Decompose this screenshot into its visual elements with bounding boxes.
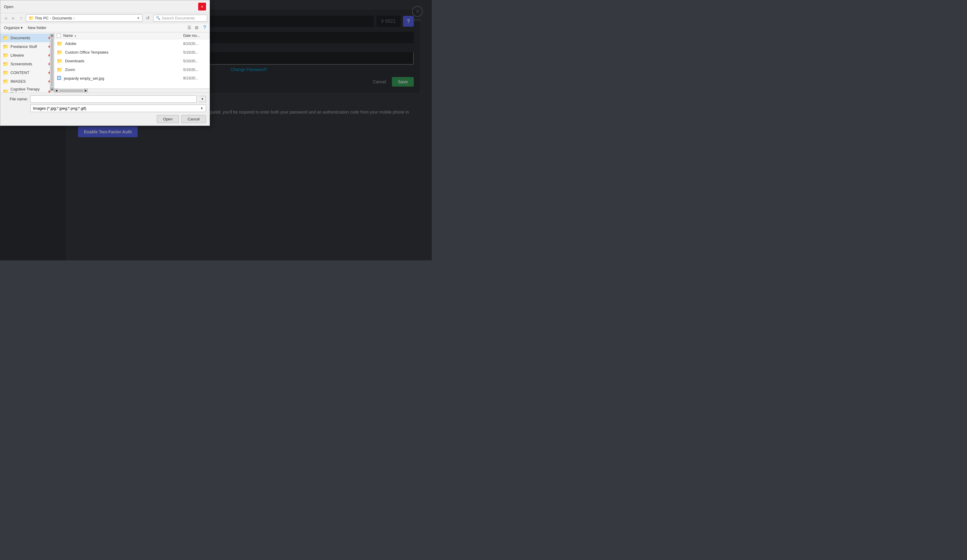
file-date-downloads: 5/10/20... <box>183 59 207 63</box>
sidebar-folder-documents-label: Documents <box>10 36 30 40</box>
refresh-button[interactable]: ↺ <box>145 15 151 21</box>
sidebar-folder-lifewire-label: Lifewire <box>10 53 24 58</box>
dialog-action-buttons: Open Cancel <box>4 115 206 123</box>
filename-row: File name: ▼ <box>4 95 206 103</box>
folder-icon-custom-templates: 📁 <box>57 49 63 55</box>
sidebar-folder-images-label: IMAGES <box>10 79 26 84</box>
sidebar-folder-cognitive[interactable]: 📁 Cognitive Therapy Materials 📌 <box>0 86 54 92</box>
sidebar-folder-documents[interactable]: 📁 Documents 📌 <box>0 33 54 42</box>
table-row[interactable]: 🖼 jeopardy empty_set.jpg 8/13/20... <box>54 74 210 82</box>
sidebar-scroll-down[interactable]: ▼ <box>50 87 54 91</box>
table-row[interactable]: 📁 Downloads 5/10/20... <box>54 57 210 65</box>
table-row[interactable]: 📁 Zoom 5/15/20... <box>54 65 210 74</box>
image-icon-jeopardy: 🖼 <box>57 76 61 81</box>
back-icon: ◀ <box>4 16 7 20</box>
sidebar-folder-freelance-label: Freelance Stuff <box>10 44 37 49</box>
file-open-dialog: Open × ◀ ▶ ↑ 📁 This PC › Documents › ▼ ↺ <box>0 0 210 126</box>
folder-icon-content: 📁 <box>3 70 9 76</box>
folder-icon-images: 📁 <box>3 79 9 84</box>
folder-icon-cognitive: 📁 <box>3 89 9 93</box>
address-dropdown-arrow[interactable]: ▼ <box>137 16 140 20</box>
sidebar-folder-images[interactable]: 📁 IMAGES 📌 <box>0 77 54 86</box>
filename-label: File name: <box>4 97 28 101</box>
sidebar-folder-cognitive-label: Cognitive Therapy Materials <box>10 87 46 92</box>
sidebar-folder-screenshots-label: Screenshots <box>10 62 32 66</box>
dialog-sidebar: 📁 Documents 📌 📁 Freelance Stuff 📌 📁 Life… <box>0 32 54 92</box>
address-documents: Documents <box>53 16 72 20</box>
folder-icon-downloads: 📁 <box>57 58 63 64</box>
dialog-action-toolbar: Organize ▾ New folder ☰ ⊞ ? <box>0 23 210 32</box>
details-view-button[interactable]: ⊞ <box>194 25 200 31</box>
filename-dropdown-button[interactable]: ▼ <box>199 96 206 102</box>
filetype-dropdown-arrow: ▼ <box>200 107 203 110</box>
file-name-adobe: Adobe <box>65 41 181 46</box>
folder-icon-lifewire: 📁 <box>3 53 9 58</box>
file-name-custom-templates: Custom Office Templates <box>65 50 181 54</box>
filetype-select[interactable]: Images (*.jpg;*.jpeg;*.png;*.gif) ▼ <box>30 105 206 112</box>
sidebar-folder-content-label: CONTENT <box>10 71 30 75</box>
sidebar-folder-lifewire[interactable]: 📁 Lifewire 📌 <box>0 51 54 59</box>
table-row[interactable]: 📁 Custom Office Templates 5/15/20... <box>54 48 210 57</box>
file-name-downloads: Downloads <box>65 59 181 63</box>
name-sort-icon: ▲ <box>74 34 77 37</box>
file-name-zoom: Zoom <box>65 68 181 72</box>
dialog-title: Open <box>4 5 13 9</box>
up-button[interactable]: ↑ <box>19 15 23 21</box>
file-date-custom-templates: 5/15/20... <box>183 50 207 54</box>
folder-icon-adobe: 📁 <box>57 41 63 46</box>
folder-icon-documents: 📁 <box>3 35 9 41</box>
date-column-header[interactable]: Date mo... <box>183 33 207 38</box>
h-scroll-thumb[interactable] <box>59 89 83 92</box>
back-button[interactable]: ◀ <box>3 15 8 21</box>
horizontal-scrollbar: ◀ ▶ <box>54 88 210 92</box>
file-list: 📁 Adobe 8/10/20... 📁 Custom Office Templ… <box>54 39 210 88</box>
scroll-left-button[interactable]: ◀ <box>54 89 58 93</box>
address-this-pc: This PC <box>35 16 49 20</box>
dialog-help-button[interactable]: ? <box>202 24 207 31</box>
address-bar[interactable]: 📁 This PC › Documents › ▼ <box>26 14 142 21</box>
new-folder-button[interactable]: New folder <box>26 25 47 31</box>
forward-icon: ▶ <box>12 16 15 20</box>
folder-icon-screenshots: 📁 <box>3 61 9 67</box>
list-view-button[interactable]: ☰ <box>186 25 193 31</box>
cancel-dialog-button[interactable]: Cancel <box>182 115 206 123</box>
search-icon: 🔍 <box>156 16 160 20</box>
dialog-body: 📁 Documents 📌 📁 Freelance Stuff 📌 📁 Life… <box>0 32 210 92</box>
select-all-checkbox[interactable] <box>57 33 61 38</box>
file-list-area: Name ▲ Date mo... 📁 Adobe 8/10/20... 📁 C… <box>54 32 210 92</box>
sidebar-folder-content[interactable]: 📁 CONTENT 📌 <box>0 68 54 77</box>
dialog-footer: File name: ▼ Images (*.jpg;*.jpeg;*.png;… <box>0 92 210 125</box>
table-row[interactable]: 📁 Adobe 8/10/20... <box>54 39 210 48</box>
scroll-right-button[interactable]: ▶ <box>84 89 88 93</box>
folder-icon-freelance: 📁 <box>3 44 9 49</box>
file-date-zoom: 5/15/20... <box>183 68 207 72</box>
file-name-jeopardy: jeopardy empty_set.jpg <box>64 76 181 81</box>
view-buttons: ☰ ⊞ <box>186 25 200 31</box>
file-date-jeopardy: 8/13/20... <box>183 76 207 80</box>
file-list-header: Name ▲ Date mo... <box>54 32 210 39</box>
name-column-header[interactable]: Name ▲ <box>63 33 181 38</box>
search-placeholder: Search Documents <box>162 16 195 20</box>
filetype-row: Images (*.jpg;*.jpeg;*.png;*.gif) ▼ <box>4 105 206 112</box>
sidebar-scroll-up[interactable]: ▲ <box>50 33 54 38</box>
forward-button[interactable]: ▶ <box>11 15 17 21</box>
dialog-overlay: Open × ◀ ▶ ↑ 📁 This PC › Documents › ▼ ↺ <box>0 0 432 260</box>
up-icon: ↑ <box>20 16 22 20</box>
search-bar[interactable]: 🔍 Search Documents <box>153 15 207 21</box>
dialog-nav-toolbar: ◀ ▶ ↑ 📁 This PC › Documents › ▼ ↺ 🔍 Sear… <box>0 13 210 23</box>
dialog-titlebar: Open × <box>0 0 210 13</box>
sidebar-scroll-thumb <box>51 38 53 87</box>
sidebar-folder-freelance[interactable]: 📁 Freelance Stuff 📌 <box>0 42 54 51</box>
filetype-value: Images (*.jpg;*.jpeg;*.png;*.gif) <box>33 106 86 110</box>
sidebar-scrollbar: ▲ ▼ <box>50 33 54 91</box>
filename-input[interactable] <box>30 95 197 103</box>
folder-icon: 📁 <box>28 16 34 20</box>
folder-icon-zoom: 📁 <box>57 67 63 72</box>
dialog-close-button[interactable]: × <box>198 3 206 10</box>
file-date-adobe: 8/10/20... <box>183 42 207 46</box>
open-button[interactable]: Open <box>157 115 179 123</box>
organize-button[interactable]: Organize ▾ <box>3 25 24 31</box>
sidebar-folder-screenshots[interactable]: 📁 Screenshots 📌 <box>0 59 54 68</box>
